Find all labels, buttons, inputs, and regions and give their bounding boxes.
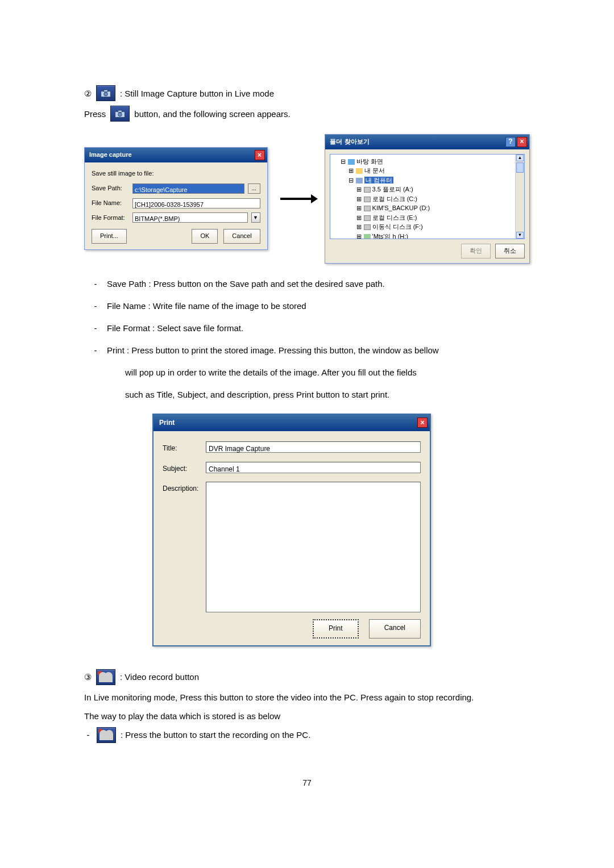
folder-tree[interactable]: ⊟ 바탕 화면 ⊞ 내 문서 ⊟ 내 컴퓨터 ⊞ 3.5 플로피 (A:) ⊞ … [330,154,525,239]
arrow-right-icon [280,198,313,200]
tree-f[interactable]: ⊞ 이동식 디스크 (F:) [356,222,522,232]
scroll-down-icon[interactable]: ▼ [516,232,524,239]
print-desc-label: Description: [163,482,206,495]
dash: - [84,727,92,742]
svg-point-2 [104,92,108,96]
bullet-fileformat: File Format : Select save file format. [107,320,530,336]
video-record-icon [96,669,115,685]
ok-button[interactable]: OK [192,229,218,244]
print-confirm-button[interactable]: Print [313,619,359,639]
print-desc-textarea[interactable] [206,482,421,612]
tree-desktop[interactable]: ⊟ 바탕 화면 ⊞ 내 문서 ⊟ 내 컴퓨터 ⊞ 3.5 플로피 (A:) ⊞ … [341,157,522,239]
item-3-desc: : Video record button [120,669,199,685]
folder-browse-title: 폴더 찾아보기 [330,136,369,148]
print-cancel-button[interactable]: Cancel [369,619,421,639]
still-image-capture-icon [96,85,115,101]
save-still-heading: Save still image to file: [92,168,260,180]
print-subject-label: Subject: [163,462,206,475]
item-3-sub: : Press the button to start the recordin… [121,727,310,742]
dash: - [84,320,107,336]
bullet-print-3: such as Title, Subject, and description,… [125,387,530,402]
dash: - [84,343,107,358]
item-3-para-2: The way to play the data which is stored… [84,708,530,724]
item-3-number: ③ [84,669,92,685]
tree-g[interactable]: ⊞ 'Mts'의 h (H:) [356,232,522,239]
tree-e[interactable]: ⊞ 로컬 디스크 (E:) [356,213,522,223]
print-title-input[interactable]: DVR Image Capture [206,441,421,453]
tree-mycomp[interactable]: ⊟ 내 컴퓨터 ⊞ 3.5 플로피 (A:) ⊞ 로컬 디스크 (C:) ⊞ K… [349,176,522,239]
browse-button[interactable]: ... [248,183,260,194]
bullet-savepath: Save Path : Press button on the Save pat… [107,276,530,291]
tree-scrollbar[interactable]: ▲ ▼ [515,155,524,239]
tree-c[interactable]: ⊞ 로컬 디스크 (C:) [356,194,522,204]
print-dialog: Print × Title: DVR Image Capture Subject… [152,414,431,646]
dash: - [84,298,107,314]
press-tail: button, and the following screen appears… [134,106,290,122]
image-capture-title: Image capture [89,149,132,161]
close-icon[interactable]: × [417,418,428,428]
bullet-print-1: Print : Press button to print the stored… [107,343,530,358]
help-icon[interactable]: ? [505,137,516,147]
svg-rect-1 [104,90,108,91]
close-icon[interactable]: × [255,150,265,160]
folder-ok-button[interactable]: 확인 [461,244,491,258]
folder-cancel-button[interactable]: 취소 [495,244,525,258]
item-2-desc: : Still Image Capture button in Live mod… [120,86,274,101]
item-2-number: ② [84,86,92,101]
print-button[interactable]: Print... [92,229,127,244]
print-dialog-title: Print [159,417,175,429]
still-image-capture-icon-inline [110,106,130,122]
scroll-thumb[interactable] [516,162,524,173]
page-number: 77 [84,776,530,790]
close-icon[interactable]: × [517,137,527,147]
item-3-para-1: In Live monitoring mode, Press this butt… [84,690,530,705]
image-capture-dialog: Image capture × Save still image to file… [84,147,268,250]
press-label: Press [84,106,106,122]
print-title-label: Title: [163,441,206,455]
savepath-label: Save Path: [92,183,129,194]
tree-d[interactable]: ⊞ KIM'S_BACKUP (D:) [356,203,522,213]
fileformat-label: File Format: [92,212,129,224]
bullet-filename: File Name : Write file name of the image… [107,298,530,314]
chevron-down-icon[interactable]: ▼ [251,212,260,223]
scroll-up-icon[interactable]: ▲ [516,155,524,161]
folder-browse-dialog: 폴더 찾아보기 ? × ⊟ 바탕 화면 ⊞ 내 문서 ⊟ 내 컴퓨터 ⊞ 3.5… [325,134,530,264]
fileformat-select[interactable]: BITMAP(*.BMP) [132,212,248,223]
tree-floppy[interactable]: ⊞ 3.5 플로피 (A:) [356,185,522,194]
svg-rect-4 [118,110,122,112]
savepath-input[interactable]: c:\Storage\Capture [132,183,244,194]
dash: - [84,276,107,291]
filename-input[interactable]: [CH1]2006-0328-153957 [132,198,260,208]
bullet-print-2: will pop up in order to write the detail… [125,365,530,380]
svg-point-5 [118,112,122,116]
tree-mydocs[interactable]: ⊞ 내 문서 [349,166,522,176]
print-subject-input[interactable]: Channel 1 [206,462,421,473]
cancel-button[interactable]: Cancel [223,229,260,244]
filename-label: File Name: [92,198,129,209]
video-record-icon-inline [97,727,116,743]
